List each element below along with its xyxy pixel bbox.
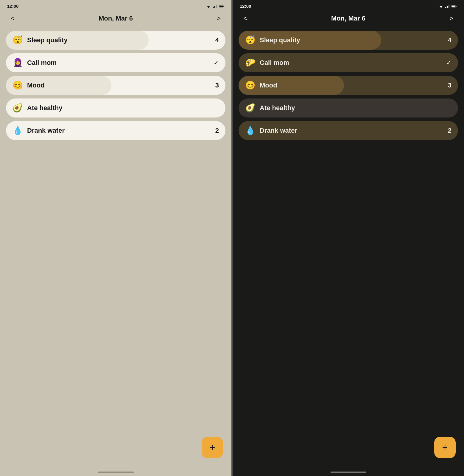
mood-emoji-dark: 😊 <box>245 81 256 90</box>
habit-left-mood-dark: 😊 Mood <box>245 81 277 90</box>
atehealthy-name-dark: Ate healthy <box>260 104 295 112</box>
drankwater-emoji-dark: 💧 <box>245 126 256 135</box>
sleep-name-light: Sleep quality <box>27 36 68 44</box>
habit-left-atehealthy-dark: 🥑 Ate healthy <box>245 104 295 112</box>
battery-icon-dark <box>451 4 457 8</box>
atehealthy-name-light: Ate healthy <box>27 104 63 112</box>
drankwater-emoji-light: 💧 <box>13 126 23 135</box>
habit-drank-water-light[interactable]: 💧 Drank water 2 <box>6 121 225 140</box>
svg-rect-8 <box>223 6 224 7</box>
svg-rect-15 <box>452 5 456 7</box>
habit-ate-healthy-dark[interactable]: 🥑 Ate healthy <box>239 98 458 118</box>
callmom-name-dark: Call mom <box>260 59 289 67</box>
status-icons-light <box>206 4 224 8</box>
svg-point-10 <box>441 7 442 8</box>
svg-rect-16 <box>456 6 457 7</box>
svg-rect-13 <box>449 4 450 8</box>
mood-value-dark: 3 <box>448 82 451 89</box>
mood-value-light: 3 <box>215 82 219 89</box>
atehealthy-emoji-dark: 🥑 <box>245 104 256 112</box>
wifi-icon-light <box>206 4 211 8</box>
mood-emoji-light: 😊 <box>13 81 23 90</box>
light-phone: 12:00 < Mon, Mar 6 > <box>0 0 231 476</box>
svg-rect-5 <box>216 4 217 8</box>
drankwater-value-dark: 2 <box>448 127 451 134</box>
mood-name-dark: Mood <box>260 82 277 89</box>
add-button-light[interactable]: + <box>202 437 223 458</box>
svg-rect-11 <box>445 7 446 8</box>
time-dark: 12:00 <box>240 4 251 9</box>
svg-point-2 <box>208 7 209 8</box>
home-indicator-dark <box>331 472 366 473</box>
time-light: 12:00 <box>7 4 18 9</box>
habit-drank-water-dark[interactable]: 💧 Drank water 2 <box>239 121 458 140</box>
battery-icon-light <box>219 4 224 8</box>
add-button-dark[interactable]: + <box>434 437 456 458</box>
status-bar-dark: 12:00 <box>233 0 464 11</box>
habit-mood-dark[interactable]: 😊 Mood 3 <box>239 76 458 95</box>
sleep-emoji-light: 😴 <box>13 36 23 44</box>
sleep-value-light: 4 <box>215 36 219 44</box>
habit-list-light: 😴 Sleep quality 4 🧕 Call mom ✓ 😊 Mood <box>0 28 231 476</box>
callmom-check-light: ✓ <box>214 59 219 67</box>
habit-mood-light[interactable]: 😊 Mood 3 <box>6 76 225 95</box>
prev-button-dark[interactable]: < <box>241 13 250 24</box>
svg-rect-3 <box>213 7 214 8</box>
habit-call-mom-dark[interactable]: 🌮 Call mom ✓ <box>239 53 458 72</box>
habit-left-callmom-dark: 🌮 Call mom <box>245 59 289 67</box>
signal-icon-dark <box>445 4 450 8</box>
svg-rect-12 <box>447 6 448 8</box>
habit-sleep-quality-light[interactable]: 😴 Sleep quality 4 <box>6 31 225 50</box>
next-button-dark[interactable]: > <box>447 13 456 24</box>
habit-left-sleep-dark: 😴 Sleep quality <box>245 36 300 44</box>
habit-left-mood-light: 😊 Mood <box>13 81 45 90</box>
habit-left-drankwater-dark: 💧 Drank water <box>245 126 297 135</box>
nav-date-light: Mon, Mar 6 <box>99 15 133 22</box>
prev-button-light[interactable]: < <box>8 13 17 24</box>
svg-rect-7 <box>219 5 223 7</box>
drankwater-name-light: Drank water <box>27 127 65 134</box>
drankwater-name-dark: Drank water <box>260 127 297 134</box>
habit-call-mom-light[interactable]: 🧕 Call mom ✓ <box>6 53 225 72</box>
signal-icon-light <box>212 4 218 8</box>
sleep-emoji-dark: 😴 <box>245 36 256 44</box>
habit-sleep-quality-dark[interactable]: 😴 Sleep quality 4 <box>239 31 458 50</box>
fab-container-dark: + <box>434 437 456 458</box>
nav-date-dark: Mon, Mar 6 <box>331 15 365 22</box>
callmom-check-dark: ✓ <box>446 59 451 67</box>
mood-name-light: Mood <box>27 82 45 89</box>
habit-left-callmom-light: 🧕 Call mom <box>13 59 57 67</box>
callmom-emoji-light: 🧕 <box>13 59 23 67</box>
home-indicator-light <box>98 472 134 473</box>
wifi-icon-dark <box>438 4 444 8</box>
header-nav-light: < Mon, Mar 6 > <box>0 11 231 28</box>
habit-left-drankwater-light: 💧 Drank water <box>13 126 65 135</box>
header-nav-dark: < Mon, Mar 6 > <box>233 11 464 28</box>
sleep-name-dark: Sleep quality <box>260 36 300 44</box>
dark-phone: 12:00 < Mon, Mar 6 > <box>233 0 464 476</box>
callmom-emoji-dark: 🌮 <box>245 59 256 67</box>
status-icons-dark <box>438 4 457 8</box>
habit-ate-healthy-light[interactable]: 🥑 Ate healthy <box>6 98 225 118</box>
sleep-value-dark: 4 <box>448 36 451 44</box>
atehealthy-emoji-light: 🥑 <box>13 104 23 112</box>
status-bar-light: 12:00 <box>0 0 231 11</box>
fab-container-light: + <box>202 437 223 458</box>
habit-left-sleep-light: 😴 Sleep quality <box>13 36 68 44</box>
svg-rect-4 <box>214 6 215 8</box>
habit-list-dark: 😴 Sleep quality 4 🌮 Call mom ✓ 😊 Mood <box>233 28 464 476</box>
habit-left-atehealthy-light: 🥑 Ate healthy <box>13 104 63 112</box>
drankwater-value-light: 2 <box>215 127 219 134</box>
callmom-name-light: Call mom <box>27 59 57 67</box>
next-button-light[interactable]: > <box>214 13 223 24</box>
